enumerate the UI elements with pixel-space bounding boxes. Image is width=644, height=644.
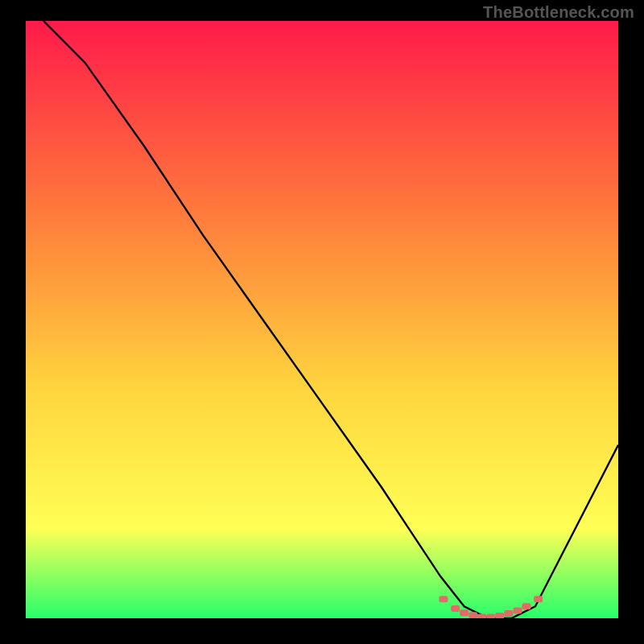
optimal-zone-marker	[504, 610, 513, 617]
optimal-zone-marker	[460, 609, 469, 616]
optimal-zone-marker	[513, 607, 522, 613]
optimal-zone-marker	[522, 603, 530, 609]
optimal-zone-marker	[477, 614, 486, 619]
plot-frame	[26, 21, 618, 618]
optimal-zone-marker	[495, 613, 504, 618]
optimal-zone-marker	[451, 605, 460, 612]
watermark-text: TheBottleneck.com	[483, 3, 634, 22]
plot-svg	[26, 21, 618, 618]
optimal-zone-marker	[439, 596, 448, 602]
chart-container: TheBottleneck.com	[0, 0, 644, 644]
gradient-background	[26, 21, 618, 618]
optimal-zone-marker	[469, 612, 477, 618]
optimal-zone-marker	[486, 614, 495, 619]
optimal-zone-marker	[534, 596, 543, 602]
